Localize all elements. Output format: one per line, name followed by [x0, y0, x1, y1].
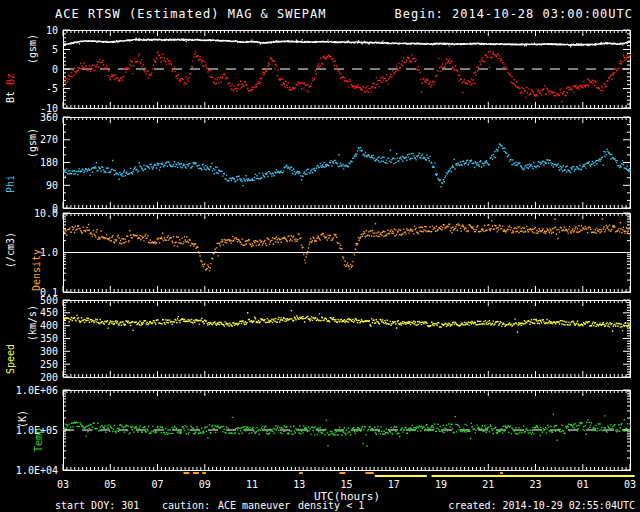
x-tick-label: 17: [388, 479, 400, 490]
plot-begin-time: Begin: 2014-10-28 03:00:00UTC: [394, 7, 633, 21]
y-tick-label: 200: [40, 372, 58, 383]
density-caution-marker: [500, 472, 503, 474]
x-tick-label: 03: [624, 479, 636, 490]
y-axis-title-temp: Temp: [33, 428, 44, 452]
y-tick-label: 350: [40, 333, 58, 344]
y-tick-label: 1.0: [40, 247, 58, 258]
x-tick-label: 07: [151, 479, 163, 490]
y-axis-unit-bt-bz: (gsm): [27, 34, 38, 64]
footer-start-doy: start DOY: 301: [55, 500, 139, 511]
y-tick-label: 10.0: [34, 208, 58, 219]
density-caution-marker: [183, 472, 189, 474]
y-axis-unit-phi: (gsm): [27, 128, 38, 158]
footer-created-time: created: 2014-10-29 02:55:04UTC: [448, 500, 635, 511]
y-axis-title-density: Density: [31, 249, 42, 291]
x-tick-label: 09: [199, 479, 211, 490]
plot-canvas: ACE RTSW (Estimated) MAG & SWEPAM Begin:…: [0, 0, 640, 512]
x-tick-label: 11: [246, 479, 258, 490]
footer-maneuver-label: ACE maneuver: [218, 500, 290, 511]
y-tick-label: 90: [46, 180, 58, 191]
y-tick-label: 250: [40, 359, 58, 370]
ace-maneuver-marker: [375, 475, 427, 477]
x-tick-label: 13: [293, 479, 305, 490]
density-caution-marker: [193, 472, 199, 474]
plot-background: [0, 0, 640, 512]
y-tick-label: 270: [40, 134, 58, 145]
y-tick-label: 1.0E+04: [16, 465, 58, 476]
y-axis-unit-density: (/cm3): [5, 232, 16, 268]
y-tick-label: 5: [52, 44, 58, 55]
y-axis-unit-temp: (K): [17, 410, 28, 428]
density-caution-marker: [299, 472, 303, 474]
footer-caution-label: caution:: [162, 500, 210, 511]
y-tick-label: 1.0E+06: [16, 385, 58, 396]
y-tick-label: 0: [52, 64, 58, 75]
y-axis-title-bt-bz: Bt Bz: [5, 73, 16, 103]
y-tick-label: 500: [40, 295, 58, 306]
y-tick-label: -5: [46, 83, 58, 94]
y-tick-label: 450: [40, 307, 58, 318]
x-tick-label: 05: [104, 479, 116, 490]
y-tick-label: 300: [40, 346, 58, 357]
x-tick-label: 19: [435, 479, 447, 490]
y-axis-title-phi: Phi: [5, 175, 16, 193]
ace-maneuver-marker: [432, 475, 635, 477]
ace-rtsw-swepam-plot: ACE RTSW (Estimated) MAG & SWEPAM Begin:…: [0, 0, 640, 512]
y-tick-label: 360: [40, 112, 58, 123]
x-tick-label: 01: [577, 479, 589, 490]
y-axis-title-speed: Speed: [5, 344, 16, 374]
density-caution-marker: [202, 472, 206, 474]
x-tick-label: 03: [57, 479, 69, 490]
plot-title: ACE RTSW (Estimated) MAG & SWEPAM: [55, 7, 326, 21]
y-tick-label: 180: [40, 157, 58, 168]
y-axis-unit-speed: (km/s): [27, 305, 38, 341]
x-tick-label: 21: [482, 479, 494, 490]
density-caution-marker: [339, 472, 345, 474]
footer-density-label: density < 1: [298, 500, 364, 511]
y-tick-label: 400: [40, 320, 58, 331]
x-tick-label: 23: [529, 479, 541, 490]
x-tick-label: 15: [340, 479, 352, 490]
density-caution-marker: [365, 472, 373, 474]
y-tick-label: 10: [46, 25, 58, 36]
